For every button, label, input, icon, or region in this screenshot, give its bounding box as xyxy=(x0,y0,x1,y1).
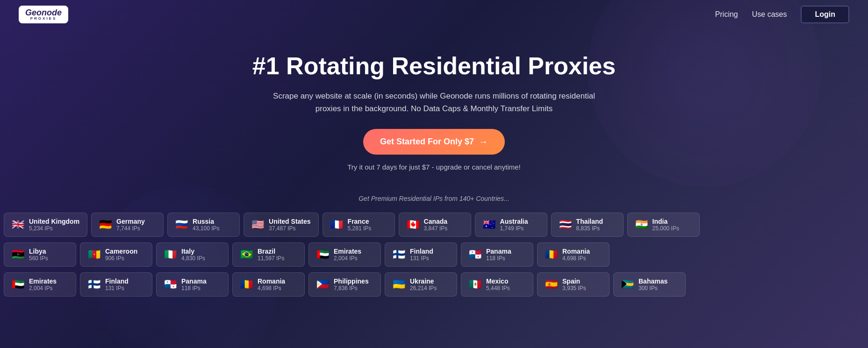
country-card[interactable]: 🇦🇪Emirates2,004 IPs xyxy=(4,272,76,297)
country-ips: 131 IPs xyxy=(410,255,433,262)
country-flag: 🇧🇸 xyxy=(621,279,634,290)
hero-title: #1 Rotating Residential Proxies xyxy=(9,52,859,80)
login-button[interactable]: Login xyxy=(801,6,849,23)
country-card[interactable]: 🇨🇲Cameroon906 IPs xyxy=(80,242,152,267)
country-ips: 5,234 IPs xyxy=(29,225,79,232)
country-flag: 🇩🇪 xyxy=(99,220,112,230)
country-flag: 🇬🇧 xyxy=(12,220,24,230)
countries-label: Get Premium Residential IPs from 140+ Co… xyxy=(0,195,868,202)
country-name: Emirates xyxy=(29,277,57,285)
country-name: Finland xyxy=(410,248,433,255)
country-flag: 🇮🇳 xyxy=(635,220,648,230)
country-card[interactable]: 🇺🇦Ukraine26,214 IPs xyxy=(385,272,457,297)
country-ips: 4,698 IPs xyxy=(562,255,590,262)
country-card[interactable]: 🇩🇪Germany7,744 IPs xyxy=(91,213,164,237)
country-ips: 300 IPs xyxy=(638,285,667,291)
country-ips: 4,830 IPs xyxy=(181,255,205,262)
country-name: Canada xyxy=(424,218,448,225)
country-card[interactable]: 🇷🇺Russia43,100 IPs xyxy=(167,213,240,237)
country-ips: 3,935 IPs xyxy=(562,285,586,291)
country-name: France xyxy=(348,218,372,225)
country-ips: 1,749 IPs xyxy=(500,225,528,232)
country-name: Emirates xyxy=(334,248,361,255)
country-flag: 🇺🇸 xyxy=(251,220,264,230)
country-card[interactable]: 🇹🇭Thailand8,835 IPs xyxy=(551,213,624,237)
countries-scroll: 🇬🇧United Kingdom5,234 IPs🇩🇪Germany7,744 … xyxy=(0,210,868,299)
country-flag: 🇫🇷 xyxy=(330,220,343,230)
country-ips: 906 IPs xyxy=(105,255,137,262)
country-card[interactable]: 🇱🇾Libya560 IPs xyxy=(4,242,76,267)
country-card[interactable]: 🇲🇽Mexico5,448 IPs xyxy=(461,272,533,297)
country-flag: 🇷🇴 xyxy=(545,249,558,260)
country-ips: 560 IPs xyxy=(29,255,48,262)
country-ips: 43,100 IPs xyxy=(193,225,219,232)
country-name: Philippines xyxy=(334,277,369,285)
country-ips: 118 IPs xyxy=(486,255,511,262)
country-name: Australia xyxy=(500,218,528,225)
country-flag: 🇫🇮 xyxy=(393,249,405,260)
logo[interactable]: Geonode PROXIES xyxy=(19,6,68,23)
country-name: Cameroon xyxy=(105,248,137,255)
country-card[interactable]: 🇷🇴Romania4,698 IPs xyxy=(232,272,305,297)
country-ips: 25,000 IPs xyxy=(653,225,679,232)
countries-row-2: 🇱🇾Libya560 IPs🇨🇲Cameroon906 IPs🇮🇹Italy4,… xyxy=(0,240,868,270)
country-flag: 🇲🇽 xyxy=(469,279,481,290)
cta-button[interactable]: Get Started For Only $7 → xyxy=(363,129,505,155)
hero-section: #1 Rotating Residential Proxies Scrape a… xyxy=(0,29,868,185)
country-flag: 🇵🇦 xyxy=(164,279,177,290)
country-ips: 26,214 IPs xyxy=(410,285,437,291)
country-ips: 7,744 IPs xyxy=(116,225,145,232)
country-name: United States xyxy=(269,218,310,225)
country-card[interactable]: 🇪🇸Spain3,935 IPs xyxy=(537,272,610,297)
country-flag: 🇵🇭 xyxy=(316,279,329,290)
logo-text: Geonode xyxy=(25,8,62,17)
country-flag: 🇺🇦 xyxy=(393,279,405,290)
country-flag: 🇧🇷 xyxy=(240,249,253,260)
country-card[interactable]: 🇦🇺Australia1,749 IPs xyxy=(475,213,547,237)
country-card[interactable]: 🇫🇮Finland131 IPs xyxy=(385,242,457,267)
country-flag: 🇷🇴 xyxy=(240,279,253,290)
country-ips: 4,698 IPs xyxy=(258,285,285,291)
country-card[interactable]: 🇧🇷Brazil11,597 IPs xyxy=(232,242,305,267)
country-name: Russia xyxy=(193,218,219,225)
use-cases-link[interactable]: Use cases xyxy=(752,10,787,19)
country-flag: 🇨🇲 xyxy=(88,249,100,260)
country-card[interactable]: 🇧🇸Bahamas300 IPs xyxy=(613,272,686,297)
country-card[interactable]: 🇦🇪Emirates2,004 IPs xyxy=(308,242,381,267)
countries-section: Get Premium Residential IPs from 140+ Co… xyxy=(0,185,868,309)
country-flag: 🇹🇭 xyxy=(559,220,572,230)
country-card[interactable]: 🇬🇧United Kingdom5,234 IPs xyxy=(4,213,87,237)
trial-text: Try it out 7 days for just $7 - upgrade … xyxy=(347,163,520,171)
cta-label: Get Started For Only $7 xyxy=(380,137,474,147)
country-flag: 🇪🇸 xyxy=(545,279,558,290)
country-ips: 7,836 IPs xyxy=(334,285,369,291)
country-card[interactable]: 🇵🇭Philippines7,836 IPs xyxy=(308,272,381,297)
country-name: Germany xyxy=(116,218,145,225)
pricing-link[interactable]: Pricing xyxy=(715,10,738,19)
country-name: Panama xyxy=(181,277,207,285)
country-name: Bahamas xyxy=(638,277,667,285)
country-card[interactable]: 🇮🇹Italy4,830 IPs xyxy=(156,242,229,267)
nav-links: Pricing Use cases Login xyxy=(715,6,849,23)
country-name: Brazil xyxy=(258,248,284,255)
country-name: Finland xyxy=(105,277,129,285)
country-name: Romania xyxy=(562,248,590,255)
country-card[interactable]: 🇵🇦Panama118 IPs xyxy=(156,272,229,297)
country-card[interactable]: 🇫🇷France5,281 IPs xyxy=(323,213,395,237)
country-name: Thailand xyxy=(576,218,603,225)
country-card[interactable]: 🇮🇳India25,000 IPs xyxy=(627,213,700,237)
country-name: India xyxy=(653,218,679,225)
country-card[interactable]: 🇫🇮Finland131 IPs xyxy=(80,272,152,297)
cta-arrow-icon: → xyxy=(479,136,488,147)
country-flag: 🇮🇹 xyxy=(164,249,177,260)
country-name: Ukraine xyxy=(410,277,437,285)
country-card[interactable]: 🇵🇦Panama118 IPs xyxy=(461,242,533,267)
country-flag: 🇦🇪 xyxy=(12,279,24,290)
country-flag: 🇷🇺 xyxy=(175,220,188,230)
country-ips: 2,004 IPs xyxy=(29,285,57,291)
country-card[interactable]: 🇷🇴Romania4,698 IPs xyxy=(537,242,610,267)
country-flag: 🇦🇺 xyxy=(483,220,495,230)
country-flag: 🇵🇦 xyxy=(469,249,481,260)
country-card[interactable]: 🇨🇦Canada3,847 IPs xyxy=(399,213,471,237)
country-card[interactable]: 🇺🇸United States37,487 IPs xyxy=(244,213,318,237)
